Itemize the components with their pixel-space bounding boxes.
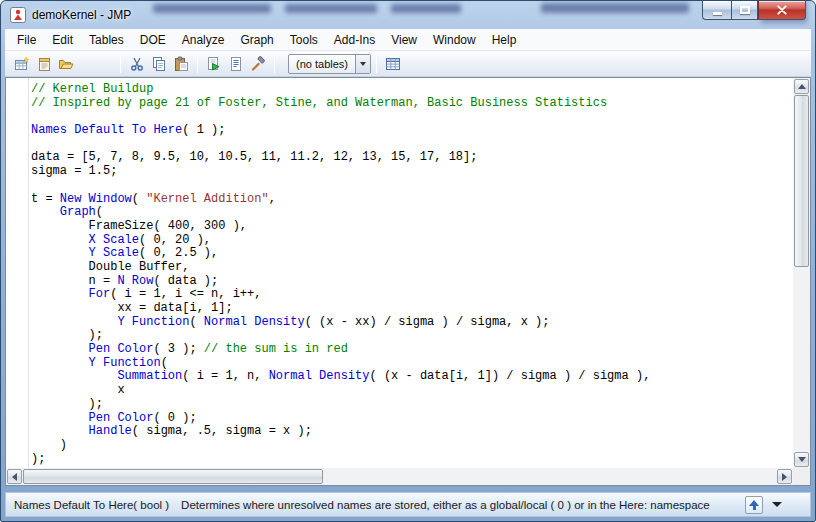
code-line: FrameSize( 400, 300 ), xyxy=(31,220,793,234)
menu-item-doe[interactable]: DOE xyxy=(132,30,174,50)
horizontal-scrollbar[interactable] xyxy=(6,468,793,485)
code-line: Graph( xyxy=(31,206,793,220)
code-line: // Inspired by page 21 of Foster, Stine,… xyxy=(31,97,793,111)
scroll-down-button[interactable] xyxy=(794,452,809,467)
paste-icon xyxy=(173,56,189,72)
status-description: Determines where unresolved names are st… xyxy=(181,499,710,511)
code-line: sigma = 1.5; xyxy=(31,165,793,179)
arrow-left-icon xyxy=(12,473,17,481)
arrow-down-icon xyxy=(798,457,806,462)
customize-tool-icon xyxy=(250,56,266,72)
jmp-window: demoKernel - JMP FileEditTablesDOEAnalyz… xyxy=(0,0,816,522)
vertical-scroll-thumb[interactable] xyxy=(794,95,809,267)
code-line: Y Function( Normal Density( (x - xx) / s… xyxy=(31,316,793,330)
code-line: Summation( i = 1, n, Normal Density( (x … xyxy=(31,370,793,384)
menu-item-edit[interactable]: Edit xyxy=(44,30,81,50)
tables-dropdown-value: (no tables) xyxy=(289,58,355,70)
code-line xyxy=(31,179,793,193)
script-editor: // Kernel Buildup// Inspired by page 21 … xyxy=(5,77,811,486)
status-dropdown-button[interactable] xyxy=(772,502,782,512)
code-line: // Kernel Buildup xyxy=(31,83,793,97)
new-script-window-button[interactable] xyxy=(225,53,247,75)
code-line: X Scale( 0, 20 ), xyxy=(31,234,793,248)
menu-item-tables[interactable]: Tables xyxy=(81,30,132,50)
paste-button[interactable] xyxy=(170,53,192,75)
status-up-button[interactable] xyxy=(745,496,763,514)
code-line: ); xyxy=(31,398,793,412)
menu-item-graph[interactable]: Graph xyxy=(232,30,281,50)
new-journal-icon xyxy=(36,56,52,72)
close-button[interactable] xyxy=(758,1,806,20)
menu-item-add-ins[interactable]: Add-Ins xyxy=(326,30,383,50)
minimize-icon xyxy=(713,12,722,15)
customize-button[interactable] xyxy=(247,53,269,75)
menu-item-file[interactable]: File xyxy=(9,30,44,50)
code-line: For( i = 1, i <= n, i++, xyxy=(31,288,793,302)
code-line xyxy=(31,138,793,152)
scroll-up-button[interactable] xyxy=(794,79,809,94)
new-journal-button[interactable] xyxy=(33,53,55,75)
menubar: FileEditTablesDOEAnalyzeGraphToolsAdd-In… xyxy=(5,29,811,51)
status-controls xyxy=(745,496,782,514)
toolbar-separator xyxy=(376,55,377,73)
menu-item-help[interactable]: Help xyxy=(484,30,525,50)
toolbar-separator xyxy=(197,55,198,73)
scroll-right-button[interactable] xyxy=(777,469,792,484)
menu-item-tools[interactable]: Tools xyxy=(282,30,326,50)
tables-dropdown[interactable]: (no tables) xyxy=(288,54,371,74)
code-line: n = N Row( data ); xyxy=(31,275,793,289)
vertical-scrollbar[interactable] xyxy=(793,78,810,468)
code-line: Pen Color( 3 ); // the sum is in red xyxy=(31,343,793,357)
titlebar[interactable]: demoKernel - JMP xyxy=(1,1,815,29)
code-line xyxy=(31,110,793,124)
code-line: Handle( sigma, .5, sigma = x ); xyxy=(31,425,793,439)
code-line: xx = data[i, 1]; xyxy=(31,302,793,316)
new-data-table-icon xyxy=(14,56,30,72)
open-folder-icon xyxy=(58,56,74,72)
chevron-down-icon xyxy=(360,62,366,66)
code-line: data = [5, 7, 8, 9.5, 10, 10.5, 11, 11.2… xyxy=(31,151,793,165)
toolbar-separator xyxy=(120,55,121,73)
minimize-button[interactable] xyxy=(702,1,731,20)
scroll-left-button[interactable] xyxy=(7,469,22,484)
scrollbar-corner xyxy=(793,468,810,485)
copy-icon xyxy=(151,56,167,72)
code-line: Pen Color( 0 ); xyxy=(31,412,793,426)
status-signature: Names Default To Here( bool ) xyxy=(14,499,169,511)
menu-item-window[interactable]: Window xyxy=(425,30,484,50)
copy-button[interactable] xyxy=(148,53,170,75)
window-title: demoKernel - JMP xyxy=(32,8,131,22)
data-table-button[interactable] xyxy=(382,53,404,75)
maximize-button[interactable] xyxy=(731,1,758,20)
code-line: Names Default To Here( 1 ); xyxy=(31,124,793,138)
up-arrow-icon xyxy=(749,500,759,510)
app-icon[interactable] xyxy=(10,7,26,23)
run-script-button[interactable] xyxy=(203,53,225,75)
new-data-table-button[interactable] xyxy=(11,53,33,75)
menu-item-analyze[interactable]: Analyze xyxy=(174,30,233,50)
horizontal-scroll-thumb[interactable] xyxy=(23,469,323,484)
close-icon xyxy=(777,5,787,15)
code-line: ) xyxy=(31,439,793,453)
cut-button[interactable] xyxy=(126,53,148,75)
new-script-window-icon xyxy=(228,56,244,72)
menu-item-view[interactable]: View xyxy=(383,30,425,50)
toolbar-separator xyxy=(274,55,275,73)
run-script-icon xyxy=(206,56,222,72)
window-controls xyxy=(702,1,806,20)
code-line: Double Buffer, xyxy=(31,261,793,275)
maximize-icon xyxy=(740,6,750,14)
tables-dropdown-arrow-button[interactable] xyxy=(355,55,370,73)
toolbar: (no tables) xyxy=(5,51,811,77)
code-line: ); xyxy=(31,453,793,467)
code-editor[interactable]: // Kernel Buildup// Inspired by page 21 … xyxy=(6,78,793,468)
code-line: Y Scale( 0, 2.5 ), xyxy=(31,247,793,261)
statusbar: Names Default To Here( bool ) Determines… xyxy=(5,492,811,517)
arrow-up-icon xyxy=(798,84,806,89)
arrow-right-icon xyxy=(782,473,787,481)
open-button[interactable] xyxy=(55,53,77,75)
code-line: Y Function( xyxy=(31,357,793,371)
code-line: t = New Window( "Kernel Addition", xyxy=(31,193,793,207)
editor-gutter xyxy=(28,78,29,468)
code-line: ); xyxy=(31,329,793,343)
